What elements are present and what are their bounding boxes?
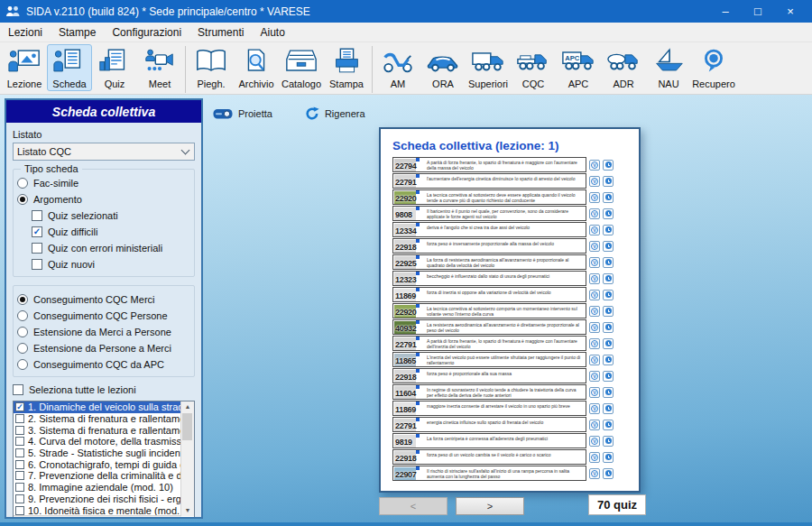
timer-quiz-button[interactable] (603, 420, 614, 430)
toolbar-item-quiz[interactable]: Quiz (92, 44, 137, 91)
toolbar-item-archivio[interactable]: Archivio (234, 44, 279, 91)
timer-quiz-button[interactable] (603, 257, 614, 268)
toolbar-item-meet[interactable]: Meet (137, 44, 182, 91)
checkbox-option[interactable]: Quiz con errori ministeriali (32, 240, 190, 256)
lesson-list-item[interactable]: 7. Prevenzione della criminalità e del t… (14, 470, 181, 482)
horizontal-scrollbar[interactable]: ◄ ► (14, 515, 181, 519)
toolbar-item-recupero[interactable]: Recupero (691, 44, 736, 91)
verify-quiz-button[interactable]: V (589, 176, 600, 187)
scroll-right-icon[interactable]: ► (171, 516, 181, 519)
timer-quiz-button[interactable] (603, 306, 614, 317)
maximize-button[interactable]: □ (742, 0, 774, 23)
lesson-list-item[interactable]: 3. Sistema di frenatura e rallentamento … (14, 424, 181, 436)
radio-option[interactable]: Estensione da Merci a Persone (17, 324, 190, 340)
checkbox-option[interactable]: Quiz selezionati (32, 208, 190, 224)
toolbar-item-scheda[interactable]: Scheda (47, 44, 92, 91)
toolbar-item-superiori[interactable]: Superiori (466, 44, 511, 91)
scroll-down-icon[interactable]: ▼ (181, 505, 194, 516)
radio-option[interactable]: Fac-simile (17, 175, 190, 191)
verify-quiz-button[interactable]: V (589, 225, 600, 235)
radio-option[interactable]: Conseguimento CQC Merci (17, 291, 190, 308)
lesson-list-item[interactable]: 5. Strade - Statistiche sugli incidenti … (14, 448, 181, 459)
verify-quiz-button[interactable]: V (589, 387, 600, 398)
lesson-checkbox[interactable] (15, 460, 24, 469)
menu-item[interactable]: Stampe (51, 26, 104, 39)
checkbox[interactable] (32, 259, 42, 270)
lesson-checkbox[interactable] (15, 414, 24, 423)
verify-quiz-button[interactable]: V (589, 420, 600, 430)
timer-quiz-button[interactable] (603, 371, 614, 382)
minimize-button[interactable]: – (709, 0, 742, 23)
toolbar-item-am[interactable]: AM (375, 44, 420, 91)
verify-quiz-button[interactable]: V (589, 403, 600, 414)
lesson-checkbox[interactable] (15, 448, 24, 457)
vertical-scrollbar[interactable]: ▲ ▼ (180, 401, 194, 516)
verify-quiz-button[interactable]: V (589, 290, 600, 300)
rigenera-button[interactable]: Rigenera (305, 106, 365, 121)
verify-quiz-button[interactable]: V (589, 192, 600, 203)
toolbar-item-stampa[interactable]: Stampa (324, 44, 369, 91)
menu-item[interactable]: Lezioni (0, 26, 51, 39)
timer-quiz-button[interactable] (603, 176, 614, 187)
scrollbar-thumb[interactable] (182, 413, 192, 440)
verify-quiz-button[interactable]: V (589, 273, 600, 284)
toolbar-item-cqc[interactable]: CQC (511, 44, 556, 91)
timer-quiz-button[interactable] (603, 241, 614, 252)
timer-quiz-button[interactable] (603, 403, 614, 414)
verify-quiz-button[interactable]: V (589, 322, 600, 333)
lesson-checkbox[interactable] (15, 494, 24, 503)
next-page-button[interactable]: > (456, 497, 524, 515)
toolbar-item-nau[interactable]: NAU (646, 44, 691, 91)
timer-quiz-button[interactable] (603, 468, 614, 479)
lesson-checkbox[interactable] (15, 437, 24, 446)
scroll-up-icon[interactable]: ▲ (181, 401, 194, 412)
verify-quiz-button[interactable]: V (589, 371, 600, 382)
lesson-checkbox[interactable]: ✓ (15, 402, 24, 411)
verify-quiz-button[interactable]: V (589, 452, 600, 463)
menu-item[interactable]: Aiuto (252, 26, 292, 39)
verify-quiz-button[interactable]: V (589, 241, 600, 252)
radio-option[interactable]: Conseguimento CQC da APC (17, 356, 190, 373)
lesson-checkbox[interactable] (15, 483, 24, 492)
scroll-left-icon[interactable]: ◄ (14, 516, 24, 519)
timer-quiz-button[interactable] (603, 160, 614, 171)
timer-quiz-button[interactable] (603, 290, 614, 300)
verify-quiz-button[interactable]: V (589, 468, 600, 479)
lesson-checkbox[interactable] (15, 471, 24, 480)
proietta-button[interactable]: Proietta (213, 108, 272, 120)
timer-quiz-button[interactable] (603, 387, 614, 398)
radio-button[interactable] (17, 359, 28, 370)
lesson-list-item[interactable]: 6. Cronotachigrafo, tempi di guida e rip… (14, 458, 181, 470)
lesson-list-item[interactable]: 9. Prevenzione dei rischi fisici - ergon… (14, 494, 181, 505)
radio-button[interactable] (17, 343, 28, 354)
menu-item[interactable]: Configurazioni (104, 26, 189, 39)
radio-option[interactable]: Argomento (17, 191, 190, 208)
lesson-list-item[interactable]: 10. Idoneità fisica e mentale (mod. 8) (14, 504, 181, 516)
timer-quiz-button[interactable] (603, 225, 614, 235)
toolbar-item-catalogo[interactable]: Catalogo (279, 44, 324, 91)
verify-quiz-button[interactable]: V (589, 257, 600, 268)
radio-option[interactable]: Estensione da Persone a Merci (17, 340, 190, 356)
lesson-checkbox[interactable] (15, 506, 24, 515)
scrollbar-thumb[interactable] (25, 517, 105, 519)
lesson-list-item[interactable]: 4. Curva del motore, della trasmissione … (14, 436, 181, 448)
checkbox[interactable] (32, 210, 42, 221)
lesson-checkbox[interactable] (15, 426, 24, 435)
radio-button[interactable] (17, 327, 28, 337)
checkbox[interactable] (32, 243, 42, 254)
timer-quiz-button[interactable] (603, 452, 614, 463)
timer-quiz-button[interactable] (603, 338, 614, 349)
radio-button[interactable] (17, 178, 28, 189)
radio-button[interactable] (17, 194, 28, 205)
select-all-lessons-checkbox[interactable]: Seleziona tutte le lezioni (13, 382, 195, 398)
verify-quiz-button[interactable]: V (589, 208, 600, 219)
verify-quiz-button[interactable]: V (589, 436, 600, 447)
timer-quiz-button[interactable] (603, 355, 614, 365)
radio-button[interactable] (17, 310, 28, 321)
verify-quiz-button[interactable]: V (589, 160, 600, 171)
lesson-list-item[interactable]: ✓ 1. Dinamiche del veicolo sulla strada … (14, 401, 181, 413)
close-button[interactable]: × (774, 0, 807, 23)
checkbox-option[interactable]: ✓ Quiz difficili (32, 224, 190, 240)
listato-dropdown[interactable]: Listato CQC (13, 143, 195, 161)
toolbar-item-apc[interactable]: APC APC (556, 44, 601, 91)
